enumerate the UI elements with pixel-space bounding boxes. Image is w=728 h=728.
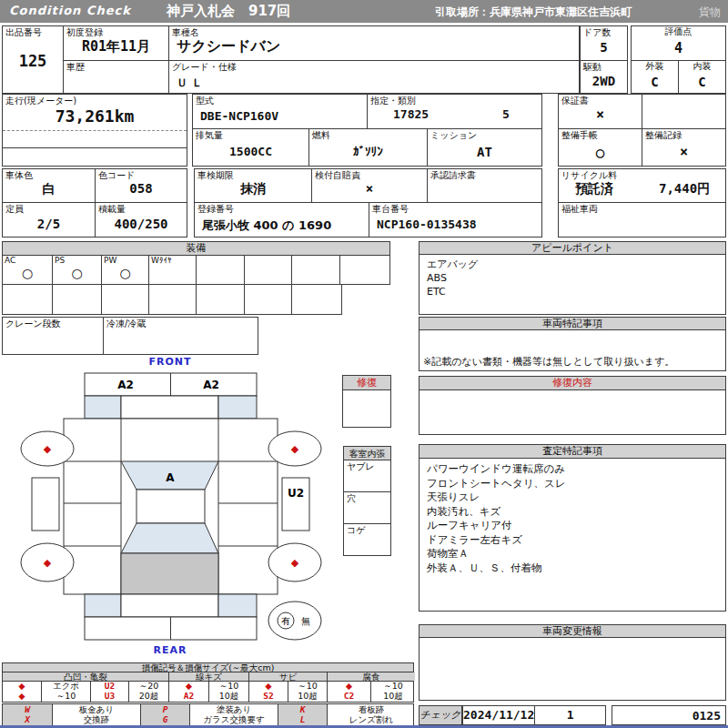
equipment-cell-empty — [196, 256, 244, 284]
repair-code-label: 板金あり — [52, 704, 140, 714]
field-label: 冷凍/冷蔵 — [104, 318, 148, 330]
check-number: 0125 — [693, 709, 721, 723]
equipment-row-1: AC ○ PS ○ PW ○ Wﾀｲﾔ — [2, 255, 390, 285]
field-label: 整備記録 — [642, 129, 725, 142]
legend-size: 10超 — [370, 691, 415, 702]
left-rocker-panel — [32, 478, 59, 531]
field-label: 車歴 — [64, 61, 168, 74]
equipment-cell-empty — [339, 256, 389, 284]
front-cowl — [121, 396, 218, 419]
equipment-cell-empty — [244, 256, 291, 284]
field-label: グレード・仕様 — [169, 61, 579, 74]
repair-code: X — [3, 714, 52, 725]
header-bar: Condition Check 神戸入札会 917回 引取場所：兵庫県神戸市東灘… — [0, 0, 728, 23]
interior-grade-value: C — [679, 75, 725, 89]
cabin-lining-row-burn: コゲ — [343, 523, 391, 556]
assessment-line: フロントシートヘタリ、スレ — [427, 477, 718, 491]
front-right-corner — [218, 396, 257, 419]
repair-code: W — [3, 704, 52, 714]
cabin-lining-row-tear: ヤブレ — [343, 460, 391, 492]
disclaimer-note: ※記載のない書類・機器等は無しとして取り扱います。 — [423, 355, 674, 369]
field-label: 車検期限 — [195, 169, 311, 182]
legend-size: ～10 — [208, 682, 248, 691]
field-label: 初度登録 — [64, 26, 168, 39]
damage-code: U3 — [90, 691, 128, 702]
maintenance-record-value: × — [642, 144, 725, 160]
exterior-grade-value: C — [632, 75, 678, 89]
field-color-code: 色コード 058 — [95, 168, 187, 203]
field-fuel: 燃料 ｶﾞｿﾘﾝ — [308, 128, 428, 167]
row-label: コゲ — [344, 524, 390, 537]
field-label: 保証書 — [559, 95, 642, 107]
legend-size: ～10 — [288, 682, 327, 691]
presence-yes-label: 有 — [281, 616, 290, 626]
drivetrain-value: 2WD — [581, 74, 627, 88]
doors-value: 5 — [581, 40, 627, 55]
equipment-cell-empty — [52, 285, 101, 314]
field-recycle-fee: リサイクル料 預託済 7,440円 — [558, 168, 726, 203]
body-color-value: 白 — [3, 181, 95, 197]
field-model-name: 車種名 サクシードバン — [168, 25, 580, 61]
equipment-header: 装備 — [2, 241, 390, 256]
field-doors: ドア数 5 — [580, 25, 628, 61]
appeal-line: ETC — [427, 285, 718, 298]
legend-category: 線キズ — [168, 672, 248, 681]
first-registration-value: R01年11月 — [64, 38, 168, 56]
mileage-value: 73,261km — [3, 106, 187, 126]
assessment-line: 外装Ａ、Ｕ、Ｓ、付着物 — [427, 561, 718, 576]
grade-value: Ｕ Ｌ — [177, 76, 202, 91]
damage-mark: ◆ — [3, 682, 41, 691]
field-body-color: 車体色 白 — [2, 168, 96, 203]
field-label: 福祉車両 — [559, 203, 725, 216]
equipment-mark: ○ — [3, 266, 52, 280]
lot-number-value: 125 — [3, 52, 63, 70]
recycle-status-value: 預託済 — [575, 181, 613, 197]
field-model-code: 型式 DBE-NCP160V — [192, 94, 368, 129]
auction-title: 神戸入札会 917回 — [167, 3, 290, 20]
field-label: 検付自賠責 — [312, 169, 427, 182]
field-inspection-expiry: 車検期限 抹消 — [194, 168, 312, 203]
assessment-notes-header: 査定特記事項 — [419, 444, 726, 459]
assessment-line: ルーフキャリア付 — [427, 519, 718, 533]
front-label: FRONT — [148, 356, 191, 368]
damage-mark: ◆ — [168, 682, 208, 691]
registration-number-value: 尾張小牧 400 の 1690 — [202, 217, 331, 234]
recycle-fee-value: 7,440円 — [659, 181, 710, 197]
legend-size: 10超 — [288, 691, 327, 702]
crane-steps-cell: クレーン段数 — [3, 318, 103, 354]
wheel-damage-mark: ◆ — [291, 557, 299, 569]
appeal-points-body: エアバッグ ABS ETC — [419, 254, 726, 315]
repair-code-label: ガラス交換要す — [189, 714, 278, 725]
field-maintenance-record: 整備記録 × — [642, 128, 726, 167]
field-grade: グレード・仕様 Ｕ Ｌ — [168, 60, 580, 94]
field-displacement: 排気量 1500CC — [192, 128, 309, 167]
rear-window — [121, 523, 218, 553]
field-mileage: 走行(現メーター) 73,261km — [2, 94, 187, 167]
load-capacity-value: 400/250 — [96, 217, 187, 231]
repair-mark-header: 修復 — [342, 375, 391, 390]
brand-logo: Condition Check — [9, 4, 131, 17]
field-label: 燃料 — [309, 129, 427, 142]
field-designation-class: 指定・類別 17825 5 — [367, 94, 542, 129]
wheel-damage-mark: ◆ — [44, 443, 52, 455]
legend-size: ～20 — [128, 682, 168, 691]
field-vehicle-history: 車歴 — [63, 60, 169, 94]
field-label: 排気量 — [193, 129, 308, 142]
damage-mark: ◆ — [3, 691, 41, 702]
equipment-mark: ○ — [53, 266, 101, 280]
field-label: 駆動 — [581, 61, 627, 74]
check-date: 2024/11/12 — [463, 706, 534, 724]
wheel-damage-mark: ◆ — [44, 557, 52, 569]
field-load-capacity: 積載量 400/250 — [95, 202, 187, 238]
equipment-row-2 — [2, 284, 342, 315]
legend-text: エクボ — [41, 682, 90, 691]
damage-mark: ◆ — [327, 682, 370, 691]
repair-code: K — [278, 704, 327, 714]
vehicle-notes-header: 車両特記事項 — [419, 317, 726, 330]
field-label: 外装 — [632, 61, 678, 72]
field-label: 承認請求書 — [428, 169, 541, 182]
repair-code-label: レンズ割れ — [327, 714, 415, 725]
equipment-cell-ac: AC ○ — [3, 256, 52, 284]
damage-code: U2 — [90, 682, 128, 691]
assessment-line: 内装汚れ、キズ — [427, 505, 718, 520]
